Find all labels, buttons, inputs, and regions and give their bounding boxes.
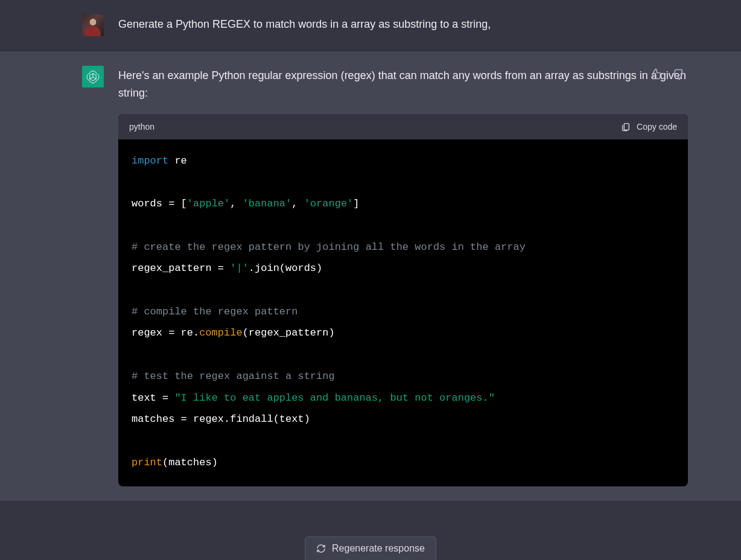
copy-code-button[interactable]: Copy code [621, 122, 677, 132]
user-avatar [82, 14, 104, 36]
assistant-intro-text: Here's an example Python regular express… [118, 67, 688, 102]
openai-logo-icon [86, 69, 100, 84]
thumbs-up-button[interactable] [647, 66, 664, 84]
thumbs-down-button[interactable] [671, 66, 688, 84]
thumbs-up-icon [649, 68, 661, 80]
assistant-avatar [82, 66, 104, 88]
user-message-text: Generate a Python REGEX to match words i… [118, 14, 688, 36]
copy-code-label: Copy code [637, 122, 677, 132]
assistant-message-row: Here's an example Python regular express… [0, 51, 741, 501]
clipboard-icon [621, 122, 631, 132]
assistant-message-inner: Here's an example Python regular express… [39, 66, 702, 486]
code-header: python Copy code [118, 114, 688, 139]
code-language-label: python [129, 120, 154, 133]
code-block: python Copy code import re words = ['app… [118, 114, 688, 487]
assistant-message-content: Here's an example Python regular express… [118, 66, 688, 486]
regenerate-label: Regenerate response [332, 543, 425, 554]
user-message-inner: Generate a Python REGEX to match words i… [39, 14, 702, 36]
feedback-buttons [647, 66, 688, 84]
refresh-icon [316, 544, 326, 553]
thumbs-down-icon [673, 68, 685, 80]
regenerate-response-button[interactable]: Regenerate response [305, 536, 436, 560]
svg-rect-0 [624, 123, 629, 130]
user-message-row: Generate a Python REGEX to match words i… [0, 0, 741, 51]
code-body[interactable]: import re words = ['apple', 'banana', 'o… [118, 139, 688, 486]
